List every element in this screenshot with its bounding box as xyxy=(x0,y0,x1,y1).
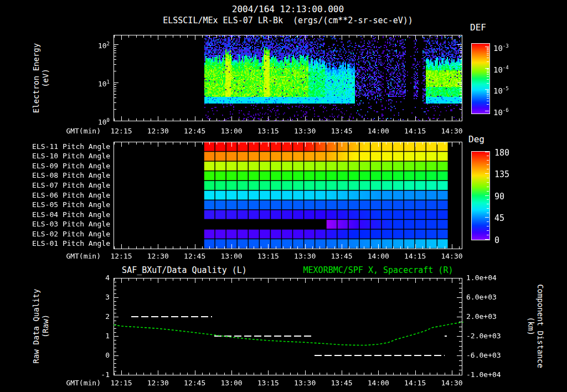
els-summary-plot: 2004/164 12:13:00.000 ELSSCIL/MEx ELS-07… xyxy=(0,0,567,392)
time-tick-label: 13:30 xyxy=(287,252,323,261)
time-tick-label: 13:45 xyxy=(324,252,359,261)
deg-tick-label: 45 xyxy=(494,214,504,223)
plot-date-title: 2004/164 12:13:00.000 xyxy=(0,4,567,14)
gmt-axis-label: GMT(min) xyxy=(66,379,101,388)
distance-tick-label: -1.0e+04 xyxy=(466,370,501,379)
distance-tick-label: 6.0e+03 xyxy=(466,293,497,302)
def-tick-label: 10-5 xyxy=(493,84,509,95)
distance-series-title: MEXORBMC/SPF X, Spacecraft (R) xyxy=(303,265,453,275)
quality-series-title: SAF_BXuT/Data Quality (L) xyxy=(122,265,247,275)
pitch-row-label: ELS-10 Pitch Angle xyxy=(32,152,110,161)
pitch-row-label: ELS-09 Pitch Angle xyxy=(32,162,110,171)
quality-tick-label: 1 xyxy=(71,332,110,341)
pitch-row-label: ELS-03 Pitch Angle xyxy=(32,220,110,229)
time-tick-label: 13:00 xyxy=(214,252,249,261)
time-tick-label: 12:30 xyxy=(140,379,176,388)
def-tick-label: 10-4 xyxy=(493,63,509,74)
time-tick-label: 14:00 xyxy=(360,252,396,261)
deg-tick-label: 135 xyxy=(494,170,509,179)
deg-tick-label: 180 xyxy=(494,148,509,157)
time-tick-label: 12:15 xyxy=(104,252,139,261)
deg-colorbar xyxy=(471,151,490,240)
def-colorbar-title: DEF xyxy=(470,22,486,33)
pitch-angle-heatmap xyxy=(114,142,462,249)
quality-tick-label: 0 xyxy=(71,351,110,360)
time-tick-label: 14:30 xyxy=(434,127,470,136)
time-tick-label: 13:15 xyxy=(250,127,286,136)
pitch-row-label: ELS-07 Pitch Angle xyxy=(32,181,110,190)
distance-tick-label: 2.0e+03 xyxy=(466,312,497,321)
deg-colorbar-title: Deg xyxy=(468,134,484,145)
time-tick-label: 12:15 xyxy=(104,379,139,388)
time-tick-label: 13:45 xyxy=(324,379,359,388)
deg-tick-label: 90 xyxy=(494,192,504,201)
time-tick-label: 13:30 xyxy=(287,127,323,136)
component-distance-axis-title: Component Distance (km) xyxy=(526,284,545,368)
pitch-row-label: ELS-02 Pitch Angle xyxy=(32,230,110,239)
time-tick-label: 13:15 xyxy=(250,379,286,388)
time-tick-label: 13:45 xyxy=(324,127,359,136)
gmt-axis-label: GMT(min) xyxy=(66,252,101,261)
electron-energy-axis-title: Electron Energy (eV) xyxy=(32,43,50,113)
def-tick-label: 10-3 xyxy=(493,42,509,53)
raw-data-quality-axis-title: Raw Data Quality (Raw) xyxy=(32,289,50,364)
energy-tick-label: 100 xyxy=(71,116,110,127)
time-tick-label: 14:15 xyxy=(398,379,433,388)
time-tick-label: 12:30 xyxy=(140,252,176,261)
pitch-row-label: ELS-11 Pitch Angle xyxy=(32,142,110,151)
time-tick-label: 14:30 xyxy=(434,252,470,261)
pitch-row-label: ELS-04 Pitch Angle xyxy=(32,210,110,219)
energy-tick-label: 101 xyxy=(71,78,110,89)
time-tick-label: 12:15 xyxy=(104,127,139,136)
time-tick-label: 14:30 xyxy=(434,379,470,388)
distance-tick-label: 1.0e+04 xyxy=(466,274,497,282)
pitch-row-label: ELS-08 Pitch Angle xyxy=(32,171,110,180)
distance-tick-label: -2.0e+03 xyxy=(466,332,501,341)
pitch-row-label: ELS-01 Pitch Angle xyxy=(32,239,110,248)
quality-tick-label: 3 xyxy=(71,293,110,302)
gmt-axis-label: GMT(min) xyxy=(66,127,101,136)
time-tick-label: 12:45 xyxy=(177,379,213,388)
def-colorbar xyxy=(471,43,490,114)
quality-tick-label: 4 xyxy=(71,274,110,282)
def-tick-label: 10-6 xyxy=(493,106,509,117)
distance-tick-label: -6.0e+03 xyxy=(466,351,501,360)
time-tick-label: 13:00 xyxy=(214,127,249,136)
time-tick-label: 12:45 xyxy=(177,127,213,136)
time-tick-label: 13:15 xyxy=(250,252,286,261)
pitch-row-label: ELS-06 Pitch Angle xyxy=(32,191,110,200)
time-tick-label: 13:00 xyxy=(214,379,249,388)
time-tick-label: 14:00 xyxy=(360,379,396,388)
quality-tick-label: 2 xyxy=(71,312,110,321)
time-tick-label: 14:15 xyxy=(398,252,433,261)
energy-tick-label: 102 xyxy=(71,39,110,50)
pitch-row-label: ELS-05 Pitch Angle xyxy=(32,200,110,209)
electron-energy-spectrogram xyxy=(114,35,462,121)
time-tick-label: 14:00 xyxy=(360,127,396,136)
time-tick-label: 12:45 xyxy=(177,252,213,261)
time-tick-label: 13:30 xyxy=(287,379,323,388)
time-tick-label: 12:30 xyxy=(140,127,176,136)
time-tick-label: 14:15 xyxy=(398,127,433,136)
deg-tick-label: 0 xyxy=(494,236,499,245)
quality-tick-label: -1 xyxy=(71,370,110,379)
